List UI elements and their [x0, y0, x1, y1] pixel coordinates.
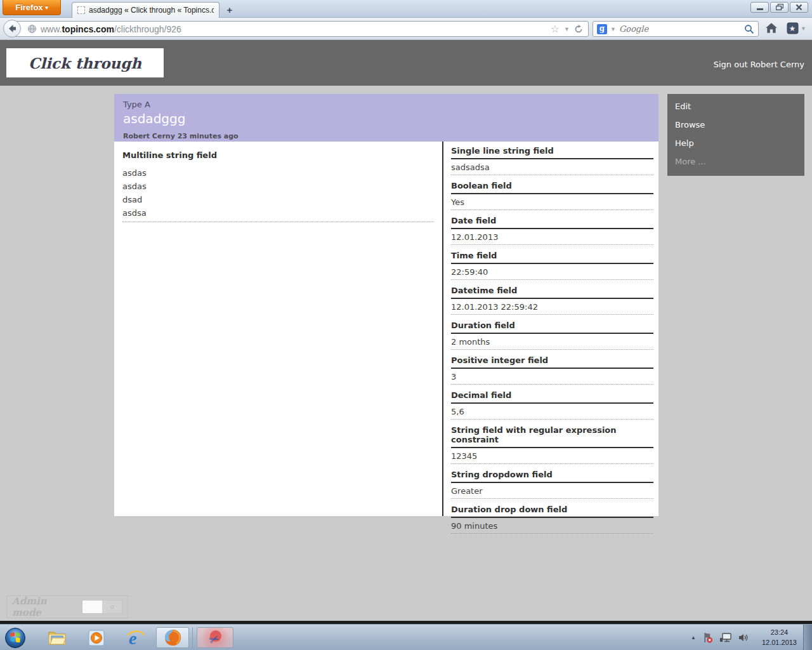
field-label: Single line string field	[451, 146, 653, 159]
field-row: String field with regular expression con…	[451, 425, 653, 464]
taskbar-snipping-tool-button-active[interactable]: ✂	[197, 627, 233, 648]
record-byline: Robert Cerny 23 minutes ago	[123, 132, 650, 140]
tab-title: asdadggg « Click through « Topincs.com	[89, 6, 214, 15]
admin-mode-label: Admin mode	[12, 595, 75, 618]
field-value: 3	[451, 369, 653, 385]
volume-icon[interactable]	[738, 633, 749, 642]
back-button[interactable]	[3, 20, 21, 37]
site-logo[interactable]: Click through	[6, 48, 164, 77]
context-menu: EditBrowseHelpMore ...	[667, 94, 804, 176]
field-value: 12345	[451, 448, 653, 464]
firefox-menu-label: Firefox	[15, 3, 43, 12]
field-row: Positive integer field3	[451, 355, 653, 385]
url-domain: topincs.com	[62, 24, 114, 34]
field-label: Duration drop down field	[451, 505, 653, 518]
field-value: 90 minutes	[451, 518, 653, 534]
record-title: asdadggg	[123, 111, 650, 126]
taskbar: e ✂ ▲	[0, 624, 812, 650]
search-engine-dropdown-icon[interactable]: ▼	[610, 26, 616, 32]
field-value: 2 months	[451, 334, 653, 350]
field-value: 5,6	[451, 404, 653, 420]
record-type: Type A	[123, 100, 650, 109]
field-label: String dropdown field	[451, 470, 653, 483]
taskbar-firefox-button-active[interactable]	[156, 627, 189, 648]
taskbar-internet-explorer-button[interactable]: e	[122, 627, 150, 648]
site-header: Click through Sign out Robert Cerny	[0, 40, 812, 86]
field-value: 22:59:40	[451, 264, 653, 280]
multiline-value-line: asdsa	[122, 206, 433, 220]
network-icon[interactable]	[719, 633, 731, 643]
windows-start-icon	[4, 627, 26, 649]
field-label: Boolean field	[451, 181, 653, 194]
menu-item-more[interactable]: More ...	[667, 152, 804, 171]
bookmarks-menu-button[interactable]: ★ ▼	[787, 22, 806, 34]
sign-out-link[interactable]: Sign out Robert Cerny	[714, 60, 804, 69]
field-row: Single line string fieldsadsadsa	[451, 146, 653, 175]
restore-button[interactable]	[770, 2, 789, 13]
firefox-menu-button[interactable]: Firefox ▾	[3, 0, 61, 15]
record-content: Multiline string field asdasasdasdsadasd…	[114, 142, 658, 516]
urlbar-icons: ☆ ▼	[551, 24, 588, 34]
firefox-icon	[163, 628, 183, 647]
window-controls	[750, 2, 808, 13]
url-www: www.	[41, 24, 62, 34]
reload-icon[interactable]	[574, 25, 583, 34]
windows-explorer-icon	[47, 628, 67, 647]
multiline-field-value: asdasasdasdsadasdsa	[122, 166, 433, 222]
bookmarks-dropdown-icon: ▼	[801, 25, 806, 32]
field-row: Date field12.01.2013	[451, 216, 653, 245]
taskbar-explorer-button[interactable]	[43, 627, 71, 648]
site-logo-text: Click through	[29, 55, 141, 72]
favicon-placeholder-icon	[77, 6, 85, 14]
menu-item-edit[interactable]: Edit	[667, 97, 804, 116]
record-header: Type A asdadggg Robert Cerny 23 minutes …	[114, 94, 658, 142]
restore-icon	[776, 4, 783, 11]
multiline-value-line: asdas	[122, 166, 433, 180]
menu-item-help[interactable]: Help	[667, 134, 804, 152]
url-bar[interactable]: www.topincs.com/clickthrough/926 ☆ ▼	[13, 21, 589, 37]
home-icon	[765, 22, 778, 34]
toggle-off-half	[82, 600, 102, 613]
internet-explorer-icon: e	[125, 628, 147, 648]
field-label: Decimal field	[451, 390, 653, 404]
close-icon	[796, 4, 802, 11]
taskbar-separator	[192, 627, 193, 648]
taskbar-media-player-button[interactable]	[82, 627, 110, 648]
minimize-button[interactable]	[750, 2, 769, 13]
browser-titlebar: Firefox ▾ asdadggg « Click through « Top…	[0, 0, 812, 18]
browser-tab[interactable]: asdadggg « Click through « Topincs.com	[72, 2, 219, 18]
web-page: Click through Sign out Robert Cerny Type…	[0, 40, 812, 621]
clock-date: 12.01.2013	[762, 637, 797, 647]
field-row: Duration field2 months	[451, 321, 653, 350]
admin-mode-box: Admin mode ○	[6, 595, 128, 618]
search-placeholder: Google	[619, 24, 741, 34]
search-icon[interactable]	[744, 24, 754, 34]
field-row: Time field22:59:40	[451, 251, 653, 280]
bookmark-star-icon[interactable]: ☆	[551, 24, 560, 34]
svg-text:★: ★	[789, 24, 796, 32]
taskbar-clock[interactable]: 23:24 12.01.2013	[762, 627, 797, 647]
search-input[interactable]: g ▼ Google	[593, 21, 759, 37]
action-center-flag-icon[interactable]	[702, 632, 713, 643]
admin-mode-toggle[interactable]: ○	[82, 600, 122, 614]
field-value: Greater	[451, 483, 653, 499]
field-value: 12.01.2013 22:59:42	[451, 299, 653, 315]
google-icon[interactable]: g	[597, 24, 607, 34]
menu-item-browse[interactable]: Browse	[667, 116, 804, 134]
field-row: Duration drop down field90 minutes	[451, 505, 653, 534]
multiline-value-line: asdas	[122, 180, 433, 193]
field-label: String field with regular expression con…	[451, 425, 653, 448]
start-button[interactable]	[1, 627, 29, 648]
field-label: Duration field	[451, 321, 653, 334]
url-dropdown-icon[interactable]: ▼	[564, 26, 570, 32]
field-value: Yes	[451, 194, 653, 210]
field-value: 12.01.2013	[451, 229, 653, 245]
close-button[interactable]	[790, 2, 808, 13]
field-value: sadsadsa	[451, 159, 653, 175]
show-desktop-button[interactable]	[803, 625, 812, 650]
left-column: Multiline string field asdasasdasdsadasd…	[114, 142, 442, 516]
home-button[interactable]	[765, 22, 778, 36]
show-hidden-icons-button[interactable]: ▲	[691, 635, 696, 640]
new-tab-button[interactable]: +	[222, 4, 237, 17]
browser-navbar: www.topincs.com/clickthrough/926 ☆ ▼ g ▼…	[0, 18, 812, 40]
